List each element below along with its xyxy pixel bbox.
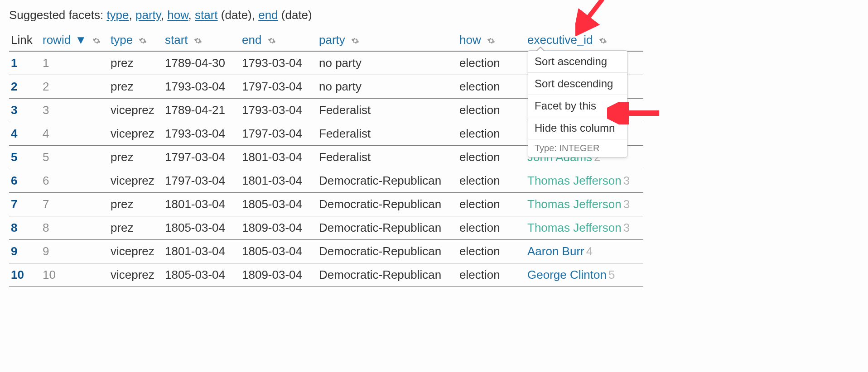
menu-hide-column[interactable]: Hide this column xyxy=(528,117,627,139)
cell-type: viceprez xyxy=(109,99,163,122)
cell-rowid: 8 xyxy=(41,216,109,240)
table-row: 66viceprez1797-03-041801-03-04Democratic… xyxy=(9,169,643,193)
column-header-end[interactable]: end xyxy=(240,31,317,51)
cell-how: election xyxy=(458,75,526,99)
gear-icon[interactable] xyxy=(487,37,495,45)
menu-facet-by-this[interactable]: Facet by this xyxy=(528,95,627,117)
cell-how: election xyxy=(458,99,526,122)
facet-link-start[interactable]: start xyxy=(195,8,218,22)
row-link[interactable]: 6 xyxy=(9,169,41,193)
cell-how: election xyxy=(458,122,526,146)
column-header-link: Link xyxy=(9,31,41,51)
cell-start: 1797-03-04 xyxy=(163,146,240,169)
executive-link[interactable]: Thomas Jefferson xyxy=(527,221,622,234)
cell-executive-id: Thomas Jefferson3 xyxy=(526,169,643,193)
sort-end-link[interactable]: end xyxy=(242,33,261,47)
data-table: Link rowid ▼ type start end party xyxy=(9,31,643,287)
facet-link-party[interactable]: party xyxy=(135,8,161,22)
sort-how-link[interactable]: how xyxy=(459,33,481,47)
row-link[interactable]: 4 xyxy=(9,122,41,146)
cell-party: Democratic-Republican xyxy=(317,240,458,263)
cell-type: prez xyxy=(109,193,163,216)
cell-how: election xyxy=(458,193,526,216)
sort-executive-id-link[interactable]: executive_id xyxy=(527,33,593,47)
cell-end: 1797-03-04 xyxy=(240,122,317,146)
facet-link-end[interactable]: end xyxy=(258,8,278,22)
executive-id-number: 3 xyxy=(623,221,630,234)
sort-type-link[interactable]: type xyxy=(111,33,133,47)
cell-rowid: 2 xyxy=(41,75,109,99)
cell-how: election xyxy=(458,51,526,75)
cell-type: viceprez xyxy=(109,169,163,193)
cell-rowid: 5 xyxy=(41,146,109,169)
gear-icon[interactable] xyxy=(139,37,147,45)
sort-desc-icon: ▼ xyxy=(75,33,87,47)
sort-start-link[interactable]: start xyxy=(165,33,188,47)
cell-executive-id: Thomas Jefferson3 xyxy=(526,193,643,216)
cell-start: 1789-04-30 xyxy=(163,51,240,75)
row-link[interactable]: 8 xyxy=(9,216,41,240)
cell-party: Federalist xyxy=(317,99,458,122)
executive-id-number: 3 xyxy=(623,174,630,187)
gear-icon[interactable] xyxy=(268,37,276,45)
cell-how: election xyxy=(458,263,526,287)
cell-rowid: 7 xyxy=(41,193,109,216)
cell-how: election xyxy=(458,169,526,193)
executive-link[interactable]: George Clinton xyxy=(527,268,607,281)
row-link[interactable]: 2 xyxy=(9,75,41,99)
table-row: 1010viceprez1805-03-041809-03-04Democrat… xyxy=(9,263,643,287)
column-header-start[interactable]: start xyxy=(163,31,240,51)
column-header-party[interactable]: party xyxy=(317,31,458,51)
executive-id-number: 4 xyxy=(586,244,593,258)
gear-icon[interactable] xyxy=(351,37,359,45)
row-link[interactable]: 5 xyxy=(9,146,41,169)
row-link[interactable]: 1 xyxy=(9,51,41,75)
executive-link[interactable]: Thomas Jefferson xyxy=(527,174,622,187)
table-row: 77prez1801-03-041805-03-04Democratic-Rep… xyxy=(9,193,643,216)
gear-icon[interactable] xyxy=(599,37,607,45)
cell-type: viceprez xyxy=(109,263,163,287)
cell-start: 1801-03-04 xyxy=(163,193,240,216)
cell-type: prez xyxy=(109,146,163,169)
facet-link-how[interactable]: how xyxy=(167,8,188,22)
suggested-facets-prefix: Suggested facets: xyxy=(9,8,106,22)
cell-end: 1797-03-04 xyxy=(240,75,317,99)
cell-party: no party xyxy=(317,51,458,75)
executive-link[interactable]: Aaron Burr xyxy=(527,244,584,258)
cell-rowid: 6 xyxy=(41,169,109,193)
cell-how: election xyxy=(458,240,526,263)
row-link[interactable]: 9 xyxy=(9,240,41,263)
row-link[interactable]: 10 xyxy=(9,263,41,287)
cell-executive-id: George Clinton5 xyxy=(526,263,643,287)
column-header-executive-id[interactable]: executive_id Sort ascending Sort descend… xyxy=(526,31,643,51)
facet-link-type[interactable]: type xyxy=(106,8,129,22)
cell-start: 1805-03-04 xyxy=(163,263,240,287)
executive-link[interactable]: Thomas Jefferson xyxy=(527,197,622,211)
cell-rowid: 9 xyxy=(41,240,109,263)
cell-rowid: 1 xyxy=(41,51,109,75)
sort-rowid-link[interactable]: rowid xyxy=(43,33,71,47)
cell-executive-id: Thomas Jefferson3 xyxy=(526,216,643,240)
cell-start: 1793-03-04 xyxy=(163,75,240,99)
cell-end: 1809-03-04 xyxy=(240,216,317,240)
menu-sort-descending[interactable]: Sort descending xyxy=(528,73,627,95)
row-link[interactable]: 7 xyxy=(9,193,41,216)
cell-party: Democratic-Republican xyxy=(317,193,458,216)
cell-party: Federalist xyxy=(317,122,458,146)
sort-party-link[interactable]: party xyxy=(319,33,345,47)
menu-sort-ascending[interactable]: Sort ascending xyxy=(528,51,627,73)
table-row: 88prez1805-03-041809-03-04Democratic-Rep… xyxy=(9,216,643,240)
gear-icon[interactable] xyxy=(92,37,101,45)
column-menu: Sort ascending Sort descending Facet by … xyxy=(528,50,627,157)
column-header-rowid[interactable]: rowid ▼ xyxy=(41,31,109,51)
cell-end: 1809-03-04 xyxy=(240,263,317,287)
executive-id-number: 3 xyxy=(623,197,630,211)
column-header-type[interactable]: type xyxy=(109,31,163,51)
column-header-how[interactable]: how xyxy=(458,31,526,51)
cell-type: viceprez xyxy=(109,122,163,146)
cell-party: no party xyxy=(317,75,458,99)
row-link[interactable]: 3 xyxy=(9,99,41,122)
cell-rowid: 10 xyxy=(41,263,109,287)
cell-end: 1801-03-04 xyxy=(240,146,317,169)
gear-icon[interactable] xyxy=(194,37,202,45)
